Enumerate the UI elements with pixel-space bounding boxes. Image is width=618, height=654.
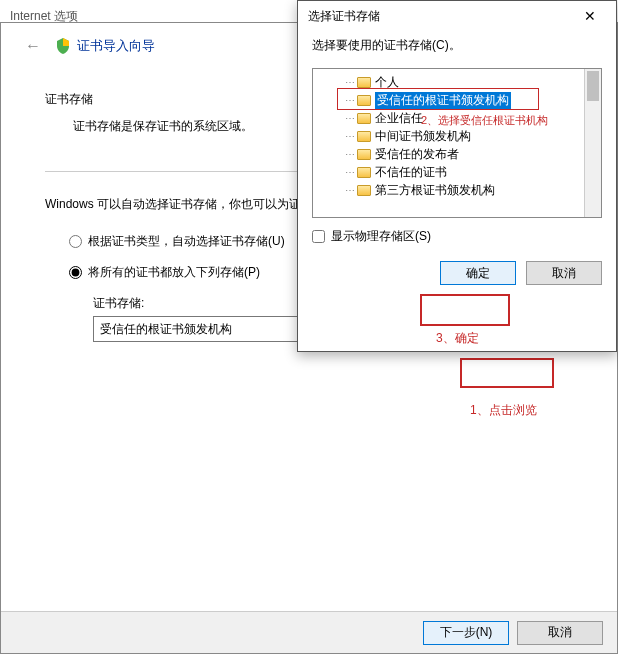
- folder-icon: [357, 149, 371, 160]
- radio-auto[interactable]: [69, 235, 82, 248]
- dialog-title: 选择证书存储: [308, 8, 380, 25]
- annotation-3: 3、确定: [436, 330, 479, 347]
- wizard-footer: 下一步(N) 取消: [1, 611, 617, 653]
- annotation-1: 1、点击浏览: [470, 402, 537, 419]
- ok-button[interactable]: 确定: [440, 261, 516, 285]
- radio-manual[interactable]: [69, 266, 82, 279]
- scrollbar[interactable]: [584, 69, 601, 217]
- tree-item[interactable]: ⋯个人: [315, 73, 582, 91]
- radio-auto-label: 根据证书类型，自动选择证书存储(U): [88, 233, 285, 250]
- tree-item-selected[interactable]: ⋯受信任的根证书颁发机构: [315, 91, 582, 109]
- dialog-cancel-button[interactable]: 取消: [526, 261, 602, 285]
- wizard-title: 证书导入向导: [77, 37, 155, 55]
- radio-manual-label: 将所有的证书都放入下列存储(P): [88, 264, 260, 281]
- folder-icon: [357, 131, 371, 142]
- folder-icon: [357, 167, 371, 178]
- dialog-msg: 选择要使用的证书存储(C)。: [312, 37, 602, 54]
- show-physical-label: 显示物理存储区(S): [331, 228, 431, 245]
- back-arrow-icon[interactable]: ←: [25, 37, 41, 55]
- next-button[interactable]: 下一步(N): [423, 621, 509, 645]
- annotation-2: 2、选择受信任根证书机构: [421, 113, 548, 128]
- folder-icon: [357, 113, 371, 124]
- tree-item[interactable]: ⋯受信任的发布者: [315, 145, 582, 163]
- cancel-button[interactable]: 取消: [517, 621, 603, 645]
- tree-item[interactable]: ⋯中间证书颁发机构: [315, 127, 582, 145]
- folder-icon: [357, 95, 371, 106]
- tree-item[interactable]: ⋯不信任的证书: [315, 163, 582, 181]
- show-physical-checkbox[interactable]: [312, 230, 325, 243]
- folder-icon: [357, 77, 371, 88]
- shield-icon: [55, 38, 71, 54]
- select-store-dialog: 选择证书存储 ✕ 选择要使用的证书存储(C)。 ⋯个人 ⋯受信任的根证书颁发机构…: [297, 0, 617, 352]
- close-icon[interactable]: ✕: [570, 2, 610, 30]
- show-physical-row[interactable]: 显示物理存储区(S): [312, 228, 602, 245]
- tree-view: ⋯个人 ⋯受信任的根证书颁发机构 ⋯企业信任 ⋯中间证书颁发机构 ⋯受信任的发布…: [312, 68, 602, 218]
- folder-icon: [357, 185, 371, 196]
- tree-item[interactable]: ⋯第三方根证书颁发机构: [315, 181, 582, 199]
